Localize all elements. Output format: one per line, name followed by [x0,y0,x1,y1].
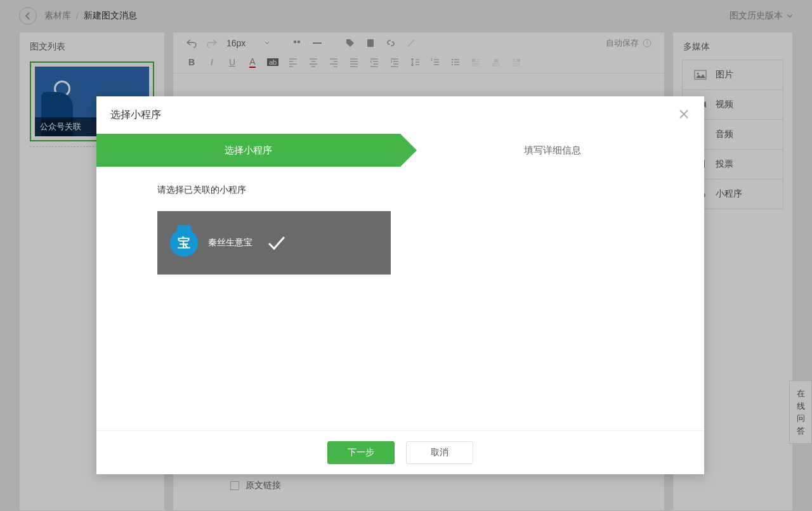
miniprogram-logo: 宝 [170,229,198,257]
modal-close-button[interactable] [678,108,690,122]
cancel-button[interactable]: 取消 [406,441,473,464]
modal-title: 选择小程序 [110,108,161,122]
step-select[interactable]: 选择小程序 [96,134,400,167]
miniprogram-option[interactable]: 宝 秦丝生意宝 [157,211,391,275]
modal-instruction: 请选择已关联的小程序 [157,184,643,196]
miniprogram-name: 秦丝生意宝 [208,237,252,249]
select-miniprogram-modal: 选择小程序 选择小程序 填写详细信息 请选择已关联的小程序 宝 秦丝生意宝 下一… [96,96,704,474]
step-details[interactable]: 填写详细信息 [400,134,704,167]
next-button[interactable]: 下一步 [327,441,395,464]
check-icon [265,231,288,256]
modal-steps: 选择小程序 填写详细信息 [96,134,704,167]
close-icon [678,108,690,120]
